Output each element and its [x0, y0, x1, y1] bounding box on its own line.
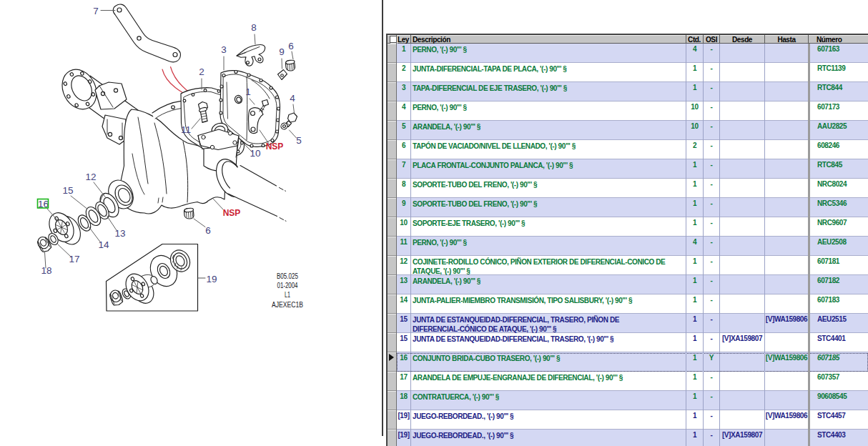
svg-text:1: 1: [245, 86, 251, 97]
svg-text:3: 3: [221, 44, 227, 55]
svg-text:2: 2: [199, 66, 204, 77]
svg-text:6: 6: [205, 225, 211, 236]
svg-text:10: 10: [250, 148, 260, 159]
svg-text:NSP: NSP: [223, 208, 241, 218]
svg-text:18: 18: [41, 265, 51, 276]
svg-text:12: 12: [85, 172, 96, 182]
svg-text:01-2004: 01-2004: [277, 281, 298, 289]
svg-text:NSP: NSP: [266, 142, 284, 152]
svg-text:13: 13: [114, 228, 125, 239]
svg-text:14: 14: [98, 239, 109, 250]
svg-text:17: 17: [69, 254, 79, 264]
svg-text:4: 4: [290, 93, 295, 104]
svg-text:5: 5: [296, 135, 302, 146]
svg-text:AJEXEC1B: AJEXEC1B: [272, 300, 303, 309]
svg-text:19: 19: [206, 274, 217, 284]
svg-text:7: 7: [93, 6, 99, 16]
svg-text:L1: L1: [285, 290, 290, 299]
svg-text:9: 9: [279, 46, 285, 57]
svg-text:11: 11: [181, 124, 191, 135]
svg-text:15: 15: [62, 185, 73, 196]
svg-text:6: 6: [288, 41, 294, 51]
svg-text:8: 8: [251, 22, 257, 33]
svg-text:B05.025: B05.025: [277, 272, 298, 280]
